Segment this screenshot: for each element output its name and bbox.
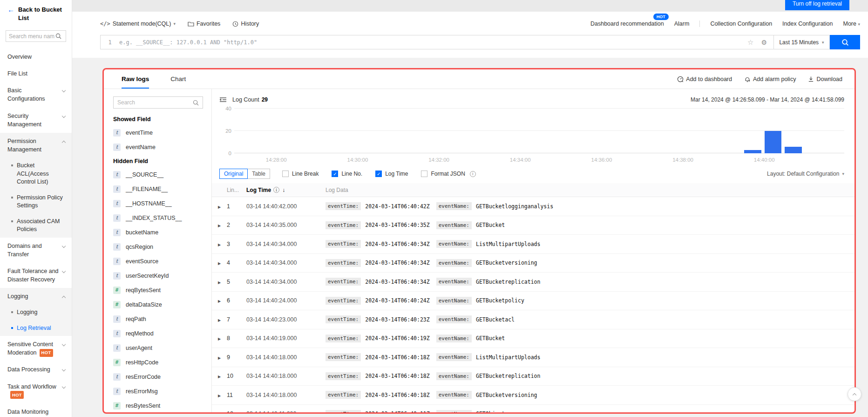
dashboard-recommendation-link[interactable]: Dashboard recommendation HOT [590,21,664,27]
expand-row-caret[interactable]: ▶ [212,203,227,210]
checkbox-log-time[interactable]: ✓Log Time [375,171,408,177]
expand-row-caret[interactable]: ▶ [212,260,227,266]
alarm-link[interactable]: Alarm [674,21,690,27]
checkbox-label: Log Time [385,171,408,177]
field-item-reqbytessent[interactable]: #reqBytesSent [113,283,203,297]
checkbox-unchecked-icon[interactable] [421,171,427,177]
query-input[interactable]: 1 e.g. __SOURCE__: 127.0.0.1 AND "http/1… [100,35,774,49]
time-range-select[interactable]: Last 15 Minutes ▾ [774,35,830,49]
expand-row-caret[interactable]: ▶ [212,335,227,342]
expand-row-caret[interactable]: ▶ [212,316,227,323]
log-rows: ▶103-14 14:40:42.000eventTime:2024-03-14… [212,197,854,412]
field-search-input[interactable] [117,99,183,106]
checkbox-checked-icon[interactable]: ✓ [375,171,382,177]
field-item-reserrormsg[interactable]: tresErrorMsg [113,384,203,398]
field-item-reqpath[interactable]: treqPath [113,312,203,326]
turn-off-log-retrieval-button[interactable]: Turn off log retrieval [785,0,849,10]
sidebar-item-domains-and-transfer[interactable]: Domains and Transfer [0,238,72,263]
expand-row-caret[interactable]: ▶ [212,241,227,247]
sidebar-item-basic-configurations[interactable]: Basic Configurations [0,82,72,107]
sidebar-item-logging[interactable]: Logging [0,288,72,305]
expand-row-caret[interactable]: ▶ [212,373,227,379]
expand-row-caret[interactable]: ▶ [212,297,227,304]
expand-row-caret[interactable]: ▶ [212,410,227,412]
expand-row-caret[interactable]: ▶ [212,279,227,285]
field-item-reserrorcode[interactable]: tresErrorCode [113,369,203,384]
field-item-deltadatasize[interactable]: #deltaDataSize [113,297,203,312]
sidebar-search-input[interactable] [9,33,55,40]
field-item-hostname[interactable]: t__HOSTNAME__ [113,196,203,211]
field-item-eventname[interactable]: teventName [113,140,203,154]
more-dropdown[interactable]: More ▾ [843,21,861,27]
field-item-reshttpcode[interactable]: #resHttpCode [113,355,203,369]
field-item-indexstatus[interactable]: t__INDEX_STATUS__ [113,211,203,225]
field-item-filename[interactable]: t__FILENAME__ [113,182,203,196]
chart-bar[interactable] [744,150,761,153]
field-item-eventsource[interactable]: teventSource [113,254,203,268]
caret-right-icon: ▶ [218,375,221,379]
checkbox-format-json[interactable]: Format JSONi [421,171,475,177]
statement-mode-dropdown[interactable]: </> Statement mode(CQL) ▾ [100,21,176,27]
sidebar-subitem-associated-cam-policies[interactable]: Associated CAM Policies [0,214,72,238]
hot-badge: HOT [10,391,24,399]
sidebar-subitem-log-retrieval[interactable]: Log Retrieval [0,321,72,336]
sidebar-item-file-list[interactable]: File List [0,65,72,82]
row-log-time: 03-14 14:40:34.000 [246,241,326,247]
favorite-star-icon[interactable]: ☆ [747,38,753,47]
expand-row-caret[interactable]: ▶ [212,354,227,361]
sidebar-item-data-monitoring[interactable]: Data Monitoring [0,403,72,417]
field-item-reqmethod[interactable]: treqMethod [113,326,203,341]
row-log-data: eventTime:2024-03-14T06:40:34ZeventName:… [326,278,854,286]
sidebar-item-permission-management[interactable]: Permission Management [0,133,72,158]
log-count-chart[interactable]: 02040 [234,109,844,153]
field-item-resbytessent[interactable]: #resBytesSent [113,398,203,412]
checkbox-unchecked-icon[interactable] [282,171,289,177]
expand-row-caret[interactable]: ▶ [212,392,227,398]
row-log-time: 03-14 14:40:19.000 [246,335,326,342]
sidebar-subitem-permission-policy-settings[interactable]: Permission Policy Settings [0,190,72,214]
sidebar-item-overview[interactable]: Overview [0,48,72,65]
sidebar-item-security-management[interactable]: Security Management [0,108,72,133]
field-item-eventtime[interactable]: teventTime [113,125,203,140]
sidebar-item-task-and-workflow[interactable]: Task and WorkflowHOT [0,378,72,403]
field-item-source[interactable]: t__SOURCE__ [113,167,203,182]
sidebar-item-sensitive-content-moderation[interactable]: Sensitive Content ModerationHOT [0,336,72,361]
expand-row-caret[interactable]: ▶ [212,222,227,228]
add-alarm-policy-button[interactable]: Add alarm policy [744,76,796,82]
field-item-bucketname[interactable]: tbucketName [113,225,203,239]
showed-field-list: teventTimeteventName [113,125,203,154]
back-to-bucket-list-link[interactable]: ← Back to Bucket List [0,0,72,25]
sidebar-item-label: Basic Configurations [7,87,45,102]
log-time-column-header[interactable]: Log Time i ↓ [246,187,326,193]
field-item-usersecretkeyid[interactable]: tuserSecretKeyId [113,268,203,283]
settings-gear-icon[interactable]: ⚙ [761,39,767,46]
chart-bar[interactable] [765,131,782,153]
download-button[interactable]: Download [808,76,842,82]
layout-dropdown[interactable]: Layout: Default Configuration ▾ [767,171,844,177]
checkbox-line-no[interactable]: ✓Line No. [332,171,362,177]
collapse-chart-icon[interactable] [219,96,227,103]
tab-chart[interactable]: Chart [170,69,186,89]
row-log-time: 03-14 14:40:18.000 [246,373,326,379]
search-button[interactable] [830,35,860,49]
sort-desc-icon[interactable]: ↓ [282,187,285,193]
tab-raw-logs[interactable]: Raw logs [122,69,149,89]
row-log-data: eventTime:2024-03-14T06:40:18ZeventName:… [326,391,854,399]
favorites-button[interactable]: Favorites [188,21,220,27]
view-original-button[interactable]: Original [219,169,248,179]
collection-configuration-link[interactable]: Collection Configuration [710,21,772,27]
view-table-button[interactable]: Table [247,169,270,179]
field-item-useragent[interactable]: tuserAgent [113,341,203,355]
add-to-dashboard-button[interactable]: Add to dashboard [677,76,732,82]
index-configuration-link[interactable]: Index Configuration [782,21,833,27]
chart-bar[interactable] [785,147,802,153]
checkbox-line-break[interactable]: Line Break [282,171,319,177]
sidebar-item-fault-tolerance-and-disaster-recovery[interactable]: Fault Tolerance and Disaster Recovery [0,263,72,288]
field-item-qcsregion[interactable]: tqcsRegion [113,239,203,254]
sidebar-subitem-bucket-acl-access-control-list[interactable]: Bucket ACL(Access Control List) [0,158,72,190]
sidebar-item-data-processing[interactable]: Data Processing [0,361,72,378]
checkbox-checked-icon[interactable]: ✓ [332,171,338,177]
history-button[interactable]: History [232,21,259,27]
back-to-top-button[interactable] [848,387,861,401]
sidebar-subitem-logging[interactable]: Logging [0,305,72,321]
